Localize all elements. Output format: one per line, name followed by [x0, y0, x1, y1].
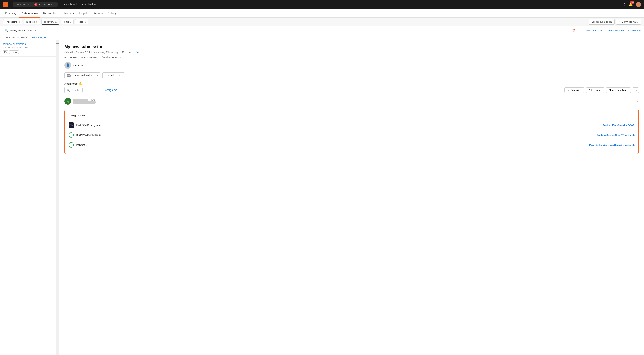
submission-tags: P5 Triaged	[3, 50, 53, 54]
clear-severity-icon[interactable]: ✕	[91, 74, 93, 77]
filter-fixed[interactable]: Fixed 0	[75, 19, 88, 24]
tab-insights[interactable]: Insights	[77, 9, 90, 17]
tab-submissions[interactable]: Submissions	[20, 9, 40, 17]
tab-settings[interactable]: Settings	[106, 9, 120, 17]
list-item[interactable]: My new submission Unclaimed · 15 Nov 202…	[0, 40, 56, 56]
search-input-wrap: 🔍 📅 ✕	[3, 28, 581, 33]
chevron-down-icon: ▾	[97, 74, 98, 77]
mark-duplicate-button[interactable]: Mark as duplicate	[606, 87, 631, 93]
collapse-icon: ◀▶	[56, 42, 60, 45]
integration-ibm-name: IBM SOAR Integration	[76, 124, 602, 127]
tab-rewards[interactable]: Rewards	[61, 9, 76, 17]
filter-bar: Processing 0 Blocked 0 To review 1 To fi…	[0, 17, 644, 26]
bugcrowd-logo[interactable]: b	[3, 2, 8, 7]
snow-bugcrowd-icon: ✦	[68, 132, 74, 138]
saved-searches-link[interactable]: Saved searches	[608, 29, 625, 32]
status-dropdown[interactable]: Triaged ▾	[102, 72, 125, 78]
results-dot: ·	[29, 36, 29, 39]
brief-link[interactable]: Brief	[136, 51, 140, 53]
search-bar: 🔍 📅 ✕ Save search as... Saved searches S…	[0, 26, 644, 35]
integration-bugcrowd-snow-name: Bugcrowd's SNOW 3	[76, 133, 597, 136]
assignees-label: Assignees 🔔	[64, 82, 639, 85]
filter-fixed-count: 0	[85, 20, 86, 23]
integration-item: ✦ Pentest 2 Push to ServiceNow (Security…	[68, 140, 635, 150]
add-reward-button[interactable]: Add reward	[586, 87, 604, 93]
chevron-down-icon: ▾	[119, 74, 120, 77]
results-text: 1 result matching search	[3, 36, 28, 39]
organization-link[interactable]: Organization	[81, 3, 96, 6]
clear-search-icon[interactable]: ✕	[577, 29, 579, 32]
breadcrumb-short: Luma the / Lu...	[14, 3, 32, 6]
reporter-avatar: 👤	[64, 62, 71, 69]
more-options-button[interactable]: ···	[632, 87, 639, 93]
status-label: Triaged	[105, 74, 114, 77]
sidebar-collapse-button[interactable]: ◀▶	[56, 40, 59, 355]
filter-to-review-count: 1	[55, 20, 56, 23]
submission-title: My new submission	[3, 42, 53, 45]
assignee-email	[73, 101, 634, 104]
star-icon: ☆	[567, 89, 570, 91]
breadcrumb-full: E-Corp USA	[38, 3, 52, 6]
severity-badge: P5	[66, 74, 71, 77]
push-ibm-link[interactable]: Push to IBM Security SOAR	[602, 124, 635, 127]
push-snow-it-link[interactable]: Push to ServiceNow (IT Incident)	[597, 134, 635, 136]
top-nav-links: Dashboard Organization	[64, 3, 96, 6]
help-icon[interactable]: ?	[624, 2, 626, 6]
filter-blocked-label: Blocked	[26, 20, 35, 23]
tab-summary[interactable]: Summary	[3, 9, 19, 17]
divider	[95, 74, 95, 77]
integration-item: IBM IBM SOAR Integration Push to IBM Sec…	[68, 120, 635, 130]
save-search-link[interactable]: Save search as...	[586, 29, 604, 32]
search-actions: Save search as... Saved searches Search …	[586, 29, 641, 32]
tab-researchers[interactable]: Researchers	[41, 9, 60, 17]
integration-pentest-name: Pentest 2	[76, 143, 589, 146]
breadcrumb[interactable]: Luma the / Lu... / E E-Corp USA ▾	[13, 2, 58, 7]
filter-to-fix[interactable]: To fix 0	[60, 19, 74, 24]
view-in-insights-link[interactable]: View in Insights	[30, 36, 46, 39]
search-icon: 🔍	[66, 89, 70, 91]
assign-me-link[interactable]: Assign me	[105, 89, 117, 91]
right-actions: ☆ Subscribe Add reward Mark as duplicate…	[564, 87, 639, 93]
search-input[interactable]	[10, 29, 571, 32]
search-help-link[interactable]: Search help	[628, 29, 641, 32]
filter-blocked-count: 0	[36, 20, 38, 23]
detail-title: My new submission	[64, 44, 639, 49]
severity-dropdown[interactable]: P5 —Informational ✕ ▾	[64, 72, 100, 78]
assignee-name-blurred	[73, 99, 88, 101]
reporter-section: 👤 Customer	[64, 62, 639, 69]
reporter-row: 👤 Customer	[64, 62, 639, 69]
last-activity: Last activity 2 hours ago	[93, 51, 119, 53]
copy-icon[interactable]: ⧉	[119, 56, 121, 59]
dashboard-link[interactable]: Dashboard	[64, 3, 77, 6]
avatar[interactable]	[636, 2, 641, 7]
download-icon: ⬇	[619, 20, 621, 23]
remove-assignee-button[interactable]: ✕	[636, 100, 639, 103]
filter-processing[interactable]: Processing 0	[3, 19, 22, 24]
tab-reports[interactable]: Reports	[91, 9, 105, 17]
filter-to-review[interactable]: To review 1	[42, 19, 59, 24]
assignee-search[interactable]: 🔍 Search... ▾	[64, 87, 102, 93]
integrations-section: Integrations IBM IBM SOAR Integration Pu…	[64, 110, 639, 154]
push-snow-security-link[interactable]: Push to ServiceNow (Security Incident)	[589, 144, 635, 146]
filter-blocked[interactable]: Blocked 0	[24, 19, 40, 24]
divider	[82, 88, 83, 92]
divider	[116, 74, 116, 77]
subscribe-label: Subscribe	[570, 89, 582, 91]
tag-triaged: Triaged	[9, 50, 19, 54]
notifications[interactable]: 🔔 169	[629, 2, 633, 6]
create-submission-button[interactable]: Create submission	[589, 19, 614, 24]
calendar-icon[interactable]: 📅	[572, 29, 576, 32]
filter-to-review-label: To review	[44, 20, 54, 23]
main-layout: My new submission Unclaimed · 15 Nov 202…	[0, 40, 644, 355]
search-right-controls: 📅 ✕	[572, 29, 579, 32]
filter-processing-count: 0	[18, 20, 20, 23]
filter-fixed-label: Fixed	[78, 20, 84, 23]
assignee-email-blurred	[73, 101, 96, 103]
download-csv-button[interactable]: ⬇ Download CSV	[616, 19, 641, 24]
integrations-title: Integrations	[68, 114, 635, 117]
submission-uuid: e12465ee-b148-4530-b143-0f188b92a992 ⧉	[64, 56, 639, 59]
top-navigation: b Luma the / Lu... / E E-Corp USA ▾ Dash…	[0, 0, 644, 9]
reporter-name: Customer	[73, 64, 85, 67]
notification-bell-icon: 🔔	[79, 82, 82, 85]
subscribe-button[interactable]: ☆ Subscribe	[564, 87, 584, 93]
